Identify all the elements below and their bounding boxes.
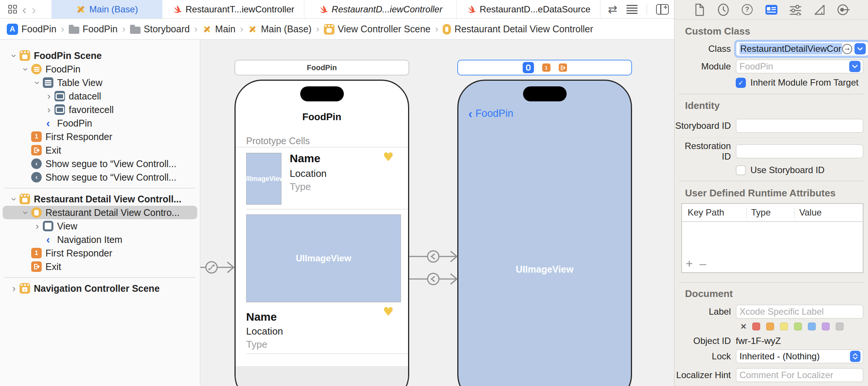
outline-row-datacell[interactable]: › datacell <box>0 89 200 103</box>
outline-row-first-responder[interactable]: 1 First Responder <box>0 130 200 143</box>
identity-inspector-icon-selected[interactable] <box>765 3 778 16</box>
editor-swap-icon[interactable]: ⇄ <box>608 3 617 16</box>
breadcrumb-restaurant-detail-vc[interactable]: Restaurant Detail View Controller <box>443 24 593 35</box>
favoritecell-image-view[interactable]: UIImageView <box>246 214 401 302</box>
breadcrumb-group-foodpin[interactable]: FoodPin <box>69 24 118 35</box>
first-responder-icon[interactable]: 1 <box>542 63 550 72</box>
outline-row-navigation-controller-scene[interactable]: › Navigation Controller Scene <box>0 282 200 295</box>
cell-location-label[interactable]: Location <box>290 168 327 179</box>
exit-icon[interactable] <box>559 63 567 72</box>
lock-dropdown[interactable]: Inherited - (Nothing) <box>736 349 863 363</box>
inspector-panel: ? Custom Class Class RestaurantDetailVie… <box>674 0 868 386</box>
help-inspector-icon[interactable]: ? <box>741 3 754 16</box>
view-controller-icon[interactable] <box>523 62 534 73</box>
document-label-label: Label <box>674 306 731 317</box>
history-inspector-icon[interactable] <box>717 3 730 16</box>
breadcrumb-view-controller-scene[interactable]: View Controller Scene <box>324 24 431 35</box>
show-segue-arrow-2[interactable] <box>409 271 459 287</box>
add-attribute-button[interactable]: + <box>686 257 693 271</box>
add-editor-icon[interactable] <box>656 4 669 15</box>
cell-type-label[interactable]: Type <box>290 181 311 193</box>
xib-icon <box>203 25 211 33</box>
outline-row-navigation-item[interactable]: ‹ Navigation Item <box>0 233 200 246</box>
runtime-attributes-table[interactable]: Key Path Type Value + – <box>681 203 863 273</box>
clear-color-button[interactable]: × <box>741 323 746 330</box>
outline-row-detail-scene[interactable]: › Restaurant Detail View Controll... <box>0 192 200 206</box>
connections-inspector-icon[interactable] <box>837 3 850 16</box>
disclosure-chevron-icon[interactable]: › <box>43 90 54 102</box>
size-inspector-icon[interactable] <box>813 3 826 16</box>
heart-icon[interactable]: ♥ <box>383 305 394 319</box>
adjust-editor-icon[interactable] <box>626 5 638 14</box>
color-swatch-blue[interactable] <box>808 323 816 330</box>
breadcrumb-main[interactable]: Main <box>202 24 236 35</box>
disclosure-chevron-icon[interactable]: › <box>8 283 20 294</box>
outline-row-segue-2[interactable]: ‹ Show segue to “View Controll... <box>0 170 200 184</box>
storyboard-id-input[interactable] <box>736 119 863 133</box>
breadcrumb-main-base[interactable]: Main (Base) <box>248 24 312 35</box>
back-history-icon[interactable]: ‹ <box>22 2 26 17</box>
lock-stepper-icon[interactable] <box>850 351 860 362</box>
disclosure-chevron-icon[interactable]: › <box>32 220 43 232</box>
tab-main-storyboard[interactable]: Main (Base) <box>51 0 162 18</box>
related-items-icon[interactable] <box>8 5 17 14</box>
scene-header-foodpin[interactable]: FoodPin <box>234 60 409 75</box>
outline-row-foodpin-vc[interactable]: › FoodPin <box>0 62 200 76</box>
forward-history-icon[interactable]: › <box>32 2 36 17</box>
datacell-image-view[interactable]: UIImageView <box>246 153 281 205</box>
remove-attribute-button[interactable]: – <box>700 257 706 271</box>
table-cell-icon <box>54 91 65 101</box>
disclosure-chevron-icon[interactable]: › <box>8 50 20 61</box>
restoration-id-input[interactable] <box>736 144 863 158</box>
outline-row-first-responder-2[interactable]: 1 First Responder <box>0 246 200 260</box>
outline-row-view[interactable]: › View <box>0 219 200 233</box>
class-dropdown-button[interactable] <box>854 43 866 54</box>
module-dropdown-button[interactable] <box>849 61 860 72</box>
outline-row-exit[interactable]: Exit <box>0 143 200 157</box>
color-swatch-gray[interactable] <box>836 323 844 330</box>
breadcrumb-group-storyboard[interactable]: Storyboard <box>130 24 190 35</box>
tab-restaurant-data-source[interactable]: RestaurantD...eDataSource <box>457 0 600 18</box>
storyboard-entry-arrow[interactable] <box>200 259 236 276</box>
outline-row-segue-1[interactable]: ‹ Show segue to “View Controll... <box>0 157 200 170</box>
scene-header-detail-selected[interactable]: 1 <box>457 60 632 75</box>
disclosure-chevron-icon[interactable]: › <box>20 63 32 75</box>
file-inspector-icon[interactable] <box>693 3 706 16</box>
heart-icon[interactable]: ♥ <box>383 150 394 164</box>
cell-name-label[interactable]: Name <box>290 152 321 165</box>
outline-row-table-view[interactable]: › Table View <box>0 76 200 89</box>
cell-type-label[interactable]: Type <box>246 339 267 350</box>
tab-restaurant-detail-view-controller[interactable]: RestaurantD...iewController <box>304 0 457 18</box>
attributes-inspector-icon[interactable] <box>789 3 802 16</box>
disclosure-chevron-icon[interactable]: › <box>32 77 43 88</box>
outline-row-exit-2[interactable]: Exit <box>0 260 200 273</box>
localizer-hint-input[interactable]: Comment For Localizer <box>736 368 863 382</box>
foodpin-scene-phone[interactable]: FoodPin Prototype Cells UIImageView Name… <box>234 80 409 386</box>
disclosure-chevron-icon[interactable]: › <box>20 207 32 218</box>
outline-row-favoritecell[interactable]: › favoritecell <box>0 103 200 116</box>
color-swatch-orange[interactable] <box>766 323 774 330</box>
tab-restaurant-table-view-controller[interactable]: RestaurantT...iewController <box>162 0 304 18</box>
color-swatch-red[interactable] <box>752 323 760 330</box>
outline-row-nav-item-foodpin[interactable]: ‹ FoodPin <box>0 116 200 130</box>
class-input[interactable]: RestaurantDetailViewCor → <box>736 41 868 56</box>
color-swatch-green[interactable] <box>794 323 802 330</box>
storyboard-canvas[interactable]: FoodPin 1 FoodPin Prototype Cells UIImag… <box>200 40 674 386</box>
detail-scene-phone[interactable]: ‹ FoodPin UIImageView <box>457 80 632 386</box>
jump-to-class-arrow-icon[interactable]: → <box>842 44 852 54</box>
outline-row-detail-view-controller-selected[interactable]: › Restaurant Detail View Contro... <box>3 206 197 219</box>
disclosure-chevron-icon[interactable]: › <box>43 104 54 116</box>
breadcrumb-project[interactable]: A FoodPin <box>7 24 56 35</box>
back-button[interactable]: ‹ FoodPin <box>468 108 513 119</box>
document-label-input[interactable]: Xcode Specific Label <box>736 305 863 319</box>
cell-name-label[interactable]: Name <box>246 311 277 323</box>
module-input[interactable]: FoodPin <box>736 59 863 74</box>
cell-location-label[interactable]: Location <box>246 326 283 337</box>
inherit-module-checkbox-checked[interactable]: ✓ <box>736 78 746 88</box>
show-segue-arrow-1[interactable] <box>409 248 459 265</box>
color-swatch-yellow[interactable] <box>780 323 788 330</box>
disclosure-chevron-icon[interactable]: › <box>8 193 20 205</box>
outline-row-foodpin-scene[interactable]: › FoodPin Scene <box>0 49 200 62</box>
color-swatch-purple[interactable] <box>822 323 830 330</box>
use-storyboard-id-checkbox-unchecked[interactable] <box>736 165 746 175</box>
